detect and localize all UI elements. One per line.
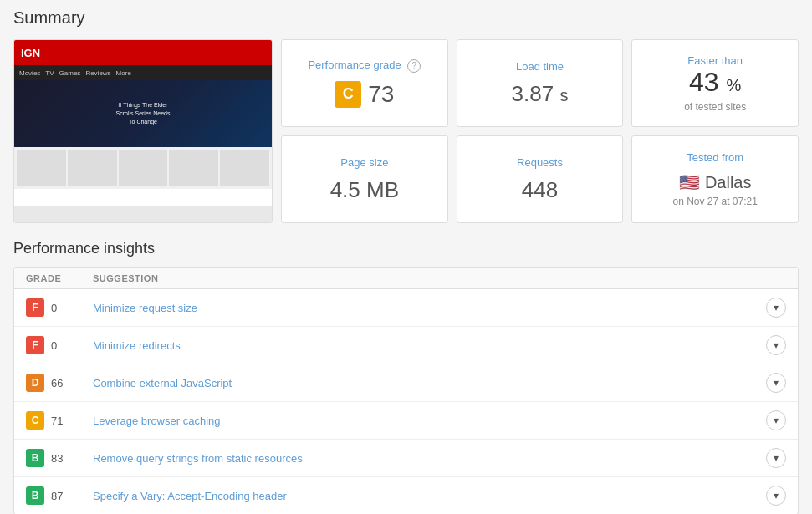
grade-score: 73 [368,81,394,108]
grade-badge-d: D [26,374,44,392]
performance-grade-value: C 73 [335,81,394,108]
grade-cell-1: F 0 [26,298,93,317]
expand-btn-5[interactable]: ▾ [766,448,786,468]
summary-title: Summary [13,8,799,28]
score-4: 71 [51,415,63,427]
suggestion-6[interactable]: Specify a Vary: Accept-Encoding header [93,490,753,502]
col-suggestion: SUGGESTION [93,273,753,283]
faster-than-value: 43 % [689,67,741,98]
expand-btn-3[interactable]: ▾ [766,373,786,393]
page-size-label: Page size [340,156,388,169]
load-time-card: Load time 3.87 s [457,39,624,127]
faster-than-card: Faster than 43 % of tested sites [631,39,799,127]
grade-badge-b2: B [26,486,44,505]
page-size-card: Page size 4.5 MB [281,135,448,223]
flag-icon: 🇺🇸 [679,172,700,192]
insight-row: F 0 Minimize redirects ▾ [14,327,798,364]
score-5: 83 [51,452,63,465]
suggestion-3[interactable]: Combine external JavaScript [93,377,753,389]
faster-than-sub: of tested sites [684,101,746,113]
insight-row: B 87 Specify a Vary: Accept-Encoding hea… [14,477,798,514]
performance-grade-label: Performance grade ? [308,59,421,73]
suggestion-1[interactable]: Minimize request size [93,302,753,314]
requests-label: Requests [517,156,563,169]
insight-row: C 71 Leverage browser caching ▾ [14,402,798,440]
metrics-grid: Performance grade ? C 73 Load time 3.87 … [281,39,799,223]
insights-table: GRADE SUGGESTION F 0 Minimize request si… [13,267,799,514]
score-6: 87 [51,490,63,502]
grade-cell-5: B 83 [26,449,93,467]
score-2: 0 [51,339,57,352]
grade-badge: C [335,81,361,108]
grade-cell-6: B 87 [26,486,93,505]
grade-cell-4: C 71 [26,411,93,430]
tested-from-label: Tested from [687,151,743,164]
main-container: Summary IGN Movies TV Games Reviews More… [0,0,812,514]
insights-header: GRADE SUGGESTION [14,268,798,289]
grade-badge-b1: B [26,449,44,467]
faster-than-label: Faster than [687,54,743,67]
suggestion-5[interactable]: Remove query strings from static resourc… [93,452,753,465]
performance-grade-card: Performance grade ? C 73 [281,39,448,127]
insight-row: D 66 Combine external JavaScript ▾ [14,364,798,402]
requests-card: Requests 448 [457,135,624,223]
score-3: 66 [51,377,63,389]
page-size-value: 4.5 MB [330,177,399,203]
insights-title: Performance insights [13,240,799,257]
grade-badge-f1: F [26,298,44,317]
col-grade: GRADE [26,273,93,283]
grade-badge-c: C [26,411,44,430]
tested-from-date: on Nov 27 at 07:21 [672,196,757,207]
screenshot-card: IGN Movies TV Games Reviews More 8 Thing… [13,39,273,223]
expand-btn-4[interactable]: ▾ [766,410,786,430]
tested-from-card: Tested from 🇺🇸 Dallas on Nov 27 at 07:21 [631,135,799,223]
grade-cell-3: D 66 [26,374,93,392]
grade-badge-f2: F [26,336,44,354]
expand-btn-6[interactable]: ▾ [766,486,786,506]
help-icon[interactable]: ? [407,59,421,73]
insight-row: B 83 Remove query strings from static re… [14,440,798,477]
score-1: 0 [51,302,57,314]
load-time-label: Load time [516,60,564,73]
load-time-value: 3.87 s [512,81,569,107]
summary-row: IGN Movies TV Games Reviews More 8 Thing… [13,39,799,223]
insight-row: F 0 Minimize request size ▾ [14,289,798,327]
insights-section: Performance insights GRADE SUGGESTION F … [13,240,799,514]
tested-from-location: 🇺🇸 Dallas [679,172,752,192]
grade-cell-2: F 0 [26,336,93,354]
suggestion-4[interactable]: Leverage browser caching [93,415,753,427]
suggestion-2[interactable]: Minimize redirects [93,339,753,352]
expand-btn-2[interactable]: ▾ [766,335,786,355]
expand-btn-1[interactable]: ▾ [766,298,786,318]
requests-value: 448 [522,177,558,203]
